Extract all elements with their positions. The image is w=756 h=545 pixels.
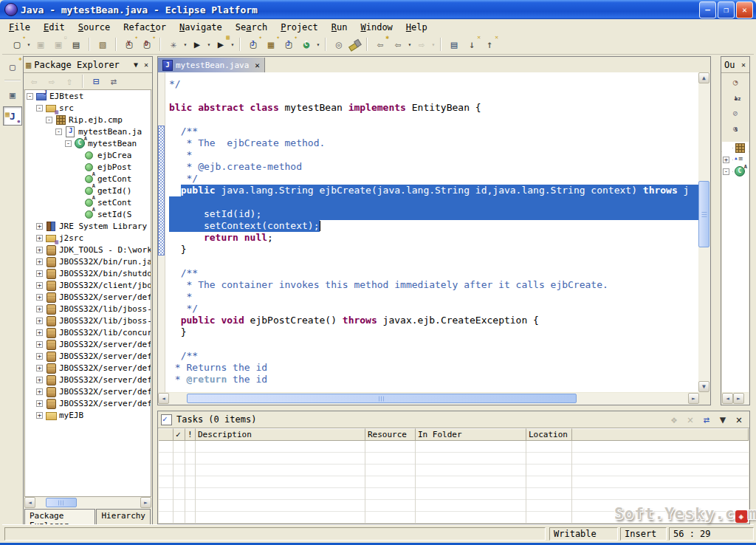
editor-outline-sash[interactable] <box>711 56 721 405</box>
collapse-expander[interactable]: - <box>46 117 52 123</box>
menu-run[interactable]: Run <box>325 21 354 34</box>
go-into-top-level-type-icon[interactable]: ◔ <box>727 75 743 89</box>
column-header-in-folder[interactable]: In Folder <box>416 428 526 441</box>
back-icon-dropdown[interactable]: ▾ <box>407 41 413 48</box>
tree-item[interactable]: +JBOSS32X/client/jbos <box>25 279 151 291</box>
column-header-location[interactable]: Location <box>526 428 572 441</box>
tree-item[interactable]: +JBOSS32X/server/defa <box>25 291 151 303</box>
package-explorer-tree[interactable]: -EJBtest-src-Rip.ejb.cmp-mytestBean.ja-m… <box>24 89 151 497</box>
tree-item[interactable]: ejbCrea <box>25 149 151 161</box>
collapse-expander[interactable]: - <box>27 93 33 100</box>
scroll-right-icon[interactable]: ► <box>140 497 151 508</box>
annotation-ruler[interactable] <box>158 72 165 392</box>
tree-item[interactable]: -Rip.ejb.cmp <box>25 114 151 126</box>
tree-item[interactable]: ejbPost <box>25 161 151 173</box>
column-header-blank[interactable] <box>159 428 173 441</box>
tree-item[interactable]: +JBOSS32X/server/defa <box>25 338 151 350</box>
close-icon[interactable]: ✕ <box>255 61 260 70</box>
scroll-thumb[interactable] <box>698 181 709 247</box>
tree-item[interactable]: +JBOSS32X/bin/shutdow <box>25 267 151 279</box>
tree-item[interactable]: +JDK_TOOLS - D:\workt <box>25 244 151 256</box>
expand-expander[interactable]: + <box>36 270 43 277</box>
tree-item[interactable]: getId() <box>25 185 151 196</box>
up-icon[interactable]: ⇧ <box>61 72 78 90</box>
expand-expander[interactable]: + <box>36 400 43 407</box>
new-package-icon[interactable]: ▦✦ <box>262 35 280 53</box>
expand-expander[interactable]: + <box>36 223 43 230</box>
new-wizard-icon-dropdown[interactable]: ▾ <box>26 41 32 48</box>
new-xdoclet-x-icon[interactable]: ▢X✦ <box>120 35 138 53</box>
tree-item[interactable]: +JRE System Library <box>25 220 151 232</box>
scroll-down-icon[interactable]: ▼ <box>698 381 709 392</box>
column-header-✓[interactable]: ✓ <box>173 428 185 441</box>
restore-button[interactable]: ❐ <box>718 1 735 18</box>
tasks-list-icon[interactable]: ▤ <box>445 35 463 53</box>
expand-expander[interactable]: + <box>36 329 43 336</box>
expand-expander[interactable]: + <box>36 247 43 253</box>
new-task-icon[interactable]: ❖ <box>667 412 681 427</box>
expand-expander[interactable]: + <box>36 353 43 360</box>
scroll-left-icon[interactable]: ◄ <box>24 497 35 508</box>
editor-vscrollbar[interactable]: ▲ ▼ <box>698 72 710 392</box>
tree-item[interactable]: +JBOSS32X/server/defa <box>25 385 151 397</box>
menu-help[interactable]: Help <box>399 21 434 34</box>
open-perspective-icon[interactable]: ▢✚ <box>3 57 22 76</box>
new-class-icon[interactable]: ●C <box>298 35 315 53</box>
resource-perspective-icon[interactable]: ▣ <box>3 85 22 104</box>
new-wizard-icon[interactable]: ▢✦ <box>8 35 26 53</box>
tree-item[interactable]: +JBOSS32X/server/defa <box>25 350 151 362</box>
deploy-package-icon[interactable]: ▧ <box>94 35 111 53</box>
expand-expander[interactable]: + <box>36 341 43 348</box>
editor-hscrollbar[interactable]: ◄ ► <box>158 393 699 405</box>
hide-fields-icon[interactable]: ⊘ <box>727 106 743 120</box>
search-icon[interactable] <box>348 38 362 51</box>
tree-item[interactable]: setId(S <box>25 208 151 220</box>
close-icon[interactable]: ✕ <box>732 412 746 427</box>
tree-item[interactable]: -mytestBean.ja <box>25 126 151 137</box>
collapse-all-icon[interactable]: ⊟ <box>87 72 105 90</box>
tree-item[interactable]: -EJBtest <box>25 90 151 102</box>
new-java-file-icon[interactable]: ▢J✦ <box>280 35 298 53</box>
expand-expander[interactable]: + <box>36 388 43 395</box>
outline-titlebar[interactable]: Outline ✕ <box>721 57 749 73</box>
expand-expander[interactable]: + <box>36 412 43 419</box>
save-all-icon[interactable]: ▣▫ <box>49 35 67 53</box>
tree-item[interactable]: -src <box>25 102 151 114</box>
back-icon[interactable]: ⇦ <box>389 35 407 53</box>
menu-refactor[interactable]: Refactor <box>117 21 173 34</box>
new-java-project-icon[interactable]: ▢J✦ <box>244 35 262 53</box>
next-annotation-icon[interactable]: ↓✕ <box>463 35 481 53</box>
column-header-![interactable]: ! <box>185 428 196 441</box>
tree-item[interactable]: +JBOSS32X/server/defa <box>25 397 151 409</box>
scroll-thumb[interactable] <box>187 394 577 403</box>
package-explorer-titlebar[interactable]: ▦ Package Explorer ▼ ✕ <box>24 57 152 73</box>
collapse-expander[interactable]: - <box>36 105 43 112</box>
open-type-icon[interactable]: ◎ <box>330 35 348 53</box>
external-tools-icon-dropdown[interactable]: ▾ <box>230 41 236 48</box>
scroll-up-icon[interactable]: ▲ <box>698 72 709 83</box>
menu-navigate[interactable]: Navigate <box>173 21 229 34</box>
tree-item[interactable]: getCont <box>25 173 151 185</box>
tree-item[interactable]: +JBOSS32X/lib/jboss-s <box>25 315 151 326</box>
back-icon[interactable]: ⇦ <box>25 72 43 90</box>
new-class-icon-dropdown[interactable]: ▾ <box>315 41 321 48</box>
print-icon[interactable]: ▤ <box>67 35 85 53</box>
view-menu-icon[interactable]: ▼ <box>715 412 730 427</box>
title-bar[interactable]: Java - mytestBean.java - Eclipse Platfor… <box>0 0 756 19</box>
external-tools-icon[interactable]: ▶▦ <box>212 35 230 53</box>
column-header-resource[interactable]: Resource <box>365 428 416 441</box>
save-icon[interactable]: ▣ <box>32 35 49 53</box>
code-editor[interactable]: */blic abstract class mytestBean impleme… <box>158 72 700 392</box>
menu-search[interactable]: Search <box>229 21 274 34</box>
run-icon-dropdown[interactable]: ▾ <box>206 41 212 48</box>
forward-icon[interactable]: ⇨ <box>43 72 61 90</box>
outline-tree[interactable]: +- <box>722 142 749 392</box>
collapse-expander[interactable]: - <box>723 168 729 175</box>
tree-item[interactable]: +JBOSS32X/lib/jboss-b <box>25 303 151 315</box>
tree-item[interactable]: +j2src <box>25 232 151 244</box>
collapse-expander[interactable]: - <box>65 140 72 147</box>
menu-project[interactable]: Project <box>274 21 325 34</box>
menu-file[interactable]: File <box>2 21 37 34</box>
expand-expander[interactable]: + <box>36 258 43 265</box>
view-tab-package-explorer[interactable]: Package Explorer <box>24 509 95 524</box>
